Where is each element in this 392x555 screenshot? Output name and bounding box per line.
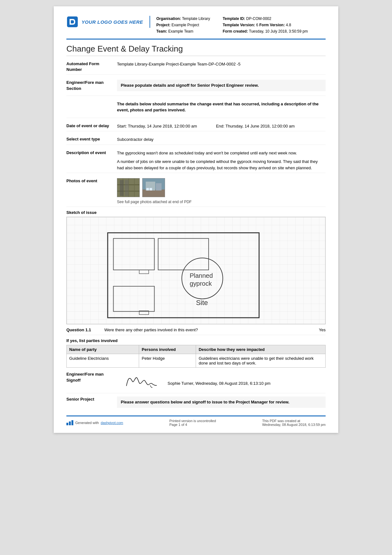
date-start: Start: Thursday, 14 June 2018, 12:00:00 … <box>117 123 197 129</box>
pdf-created-label: This PDF was created at <box>262 419 326 423</box>
question-text: Were there any other parties involved in… <box>104 327 313 332</box>
sketch-section: Sketch of issue <box>66 210 326 324</box>
date-values: Start: Thursday, 14 June 2018, 12:00:00 … <box>117 123 326 129</box>
svg-rect-14 <box>150 188 152 190</box>
signoff-label: Engineer/Fore man Signoff <box>66 371 117 383</box>
sketch-area: Planned gyprock Site <box>66 217 326 324</box>
template-id-line: Template ID: DP-COM-0002 <box>223 16 308 22</box>
logo-text: YOUR LOGO GOES HERE <box>82 19 143 25</box>
uncontrolled-text: Printed version is uncontrolled <box>169 419 216 423</box>
question-1-1-row: Question 1.1 Were there any other partie… <box>66 327 326 335</box>
parties-label: If yes, list parties involved <box>66 338 326 343</box>
footer-right: This PDF was created at Wednesday, 08 Au… <box>262 419 326 427</box>
table-body: Guideline Electricians Peter Hodge Guide… <box>67 354 326 368</box>
svg-text:Planned: Planned <box>190 272 213 279</box>
header-meta: Organisation: Template Library Project: … <box>156 16 326 35</box>
svg-rect-13 <box>146 188 149 190</box>
event-type-row: Select event type Subcontractor delay <box>66 134 326 145</box>
eng-fore-row: Engineer/Fore man Section Please populat… <box>66 78 326 96</box>
col-header-name: Name of party <box>67 345 139 354</box>
svg-rect-10 <box>143 190 165 197</box>
party-name: Guideline Electricians <box>67 354 139 368</box>
footer-logo: Generated with dashpivot.com <box>66 420 123 425</box>
form-title: Change Event & Delay Tracking <box>66 44 326 56</box>
party-impact: Guidelines electricians were unable to g… <box>196 354 326 368</box>
event-type-label: Select event type <box>66 136 117 143</box>
generated-text: Generated with <box>75 421 99 425</box>
header: YOUR LOGO GOES HERE Organisation: Templa… <box>66 16 326 40</box>
description-1: The gyprocking wasn't done as scheduled … <box>117 150 326 156</box>
senior-project-label: Senior Project <box>66 396 117 402</box>
svg-rect-8 <box>125 180 129 196</box>
auto-form-label: Automated Form Number <box>66 61 117 72</box>
header-meta-right: Template ID: DP-COM-0002 Template Versio… <box>223 16 308 35</box>
photos-row: Photos of event <box>66 176 326 207</box>
svg-rect-12 <box>156 183 162 190</box>
parties-table: Name of party Persons involved Describe … <box>66 345 326 368</box>
event-type-value: Subcontractor delay <box>117 136 326 143</box>
of-text: of 4 <box>181 423 187 427</box>
table-header: Name of party Persons involved Describe … <box>67 345 326 354</box>
party-persons: Peter Hodge <box>139 354 196 368</box>
org-line: Organisation: Template Library <box>156 16 210 22</box>
footer-bars-icon <box>66 420 73 425</box>
eng-fore-value: Please populate details and signoff for … <box>117 80 326 94</box>
auto-form-value: Template Library-Example Project-Example… <box>117 61 326 72</box>
signoff-row: Engineer/Fore man Signoff Sophie Turner,… <box>66 371 326 390</box>
question-answer: Yes <box>319 327 326 332</box>
table-header-row: Name of party Persons involved Describe … <box>67 345 326 354</box>
sketch-label: Sketch of issue <box>66 210 326 215</box>
svg-rect-7 <box>120 180 124 196</box>
details-text: The details below should summarise the c… <box>117 101 326 113</box>
page-label: Page 1 <box>169 423 181 427</box>
page-number: Page 1 of 4 <box>169 423 216 427</box>
signature-image <box>123 371 161 390</box>
photos-container <box>117 178 326 197</box>
signoff-name: Sophie Turner, Wednesday, 08 August 2018… <box>168 371 270 386</box>
photos-label: Photos of event <box>66 178 117 205</box>
table-row: Guideline Electricians Peter Hodge Guide… <box>67 354 326 368</box>
sketch-svg: Planned gyprock Site <box>67 217 325 324</box>
footer-center: Printed version is uncontrolled Page 1 o… <box>169 419 216 427</box>
eng-fore-label: Engineer/Fore man Section <box>66 80 117 94</box>
senior-row: Senior Project Please answer questions b… <box>66 393 326 410</box>
photo-thumb-1 <box>117 178 140 197</box>
col-header-persons: Persons involved <box>139 345 196 354</box>
photo-thumb-2 <box>142 178 165 197</box>
auto-form-row: Automated Form Number Template Library-E… <box>66 59 326 75</box>
date-end: End: Thursday, 14 June 2018, 12:00:00 am <box>216 123 295 129</box>
project-line: Project: Example Project <box>156 22 210 28</box>
photo-note: See full page photos attached at end of … <box>117 199 326 205</box>
details-row: The details below should summarise the c… <box>66 99 326 118</box>
date-label: Date of event or delay <box>66 123 117 129</box>
form-created-line: Form created: Tuesday, 10 July 2018, 3:5… <box>223 28 308 34</box>
svg-text:Site: Site <box>196 299 208 307</box>
pdf-created-value: Wednesday, 08 August 2018, 6:13:59 pm <box>262 423 326 427</box>
date-row: Date of event or delay Start: Thursday, … <box>66 121 326 132</box>
logo-area: YOUR LOGO GOES HERE <box>66 16 150 28</box>
footer: Generated with dashpivot.com Printed ver… <box>66 415 326 427</box>
description-row: Description of event The gyprocking wasn… <box>66 148 326 173</box>
dashpivot-link[interactable]: dashpivot.com <box>101 421 123 425</box>
eng-fore-highlight: Please populate details and signoff for … <box>117 80 326 91</box>
question-label: Question 1.1 <box>66 327 104 332</box>
svg-text:gyprock: gyprock <box>190 280 212 287</box>
header-meta-left: Organisation: Template Library Project: … <box>156 16 210 35</box>
team-line: Team: Example Team <box>156 28 210 34</box>
description-2: A number of jobs on site were unable to … <box>117 159 326 171</box>
document-page: YOUR LOGO GOES HERE Organisation: Templa… <box>54 6 338 433</box>
description-label: Description of event <box>66 150 117 171</box>
senior-project-value: Please answer questions below and signof… <box>117 396 326 408</box>
col-header-impact: Describe how they were impacted <box>196 345 326 354</box>
version-line: Template Version: 6 Form Version: 4.8 <box>223 22 308 28</box>
logo-icon <box>66 16 78 28</box>
